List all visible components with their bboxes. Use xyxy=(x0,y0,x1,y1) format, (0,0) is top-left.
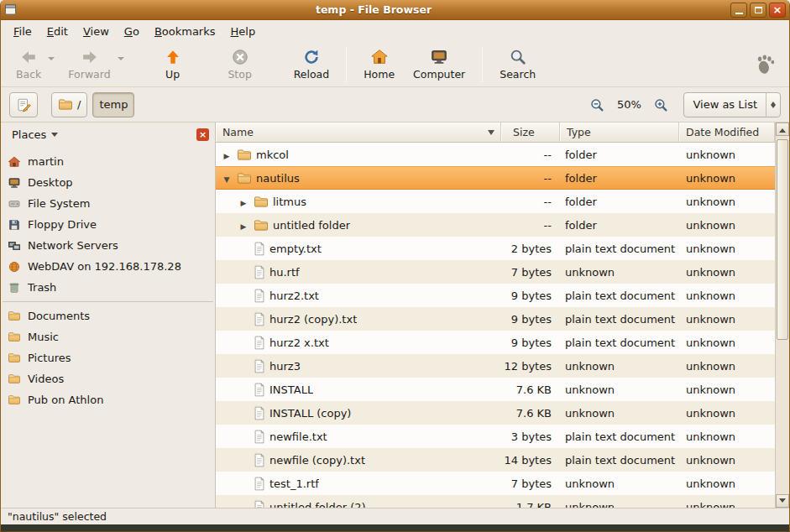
table-row[interactable]: untitled folder (2) 1.7 KB unknown unkno… xyxy=(216,495,775,508)
sidebar-item-music[interactable]: Music xyxy=(1,326,215,347)
table-row[interactable]: hurz2 x.txt 9 bytes plain text document … xyxy=(216,331,775,354)
path-root-button[interactable]: / xyxy=(51,92,87,117)
toolbar-separator xyxy=(346,47,347,82)
text-file-icon xyxy=(254,430,265,444)
zoom-out-button[interactable] xyxy=(586,94,608,116)
stop-button[interactable]: Stop xyxy=(218,44,262,85)
folder-icon xyxy=(8,310,21,321)
sidebar-item-pictures[interactable]: Pictures xyxy=(1,347,215,368)
table-row[interactable]: newfile (copy).txt 14 bytes plain text d… xyxy=(216,448,775,472)
table-row[interactable]: empty.txt 2 bytes plain text document un… xyxy=(216,237,775,260)
scroll-up-button[interactable] xyxy=(776,123,789,136)
titlebar[interactable]: temp - File Browser × xyxy=(1,0,789,20)
stop-icon xyxy=(231,48,249,66)
table-row[interactable]: INSTALL (copy) 7.6 KB unknown unknown xyxy=(216,401,775,425)
user-home-icon xyxy=(8,155,21,169)
edit-location-icon xyxy=(16,97,31,112)
sidebar-item-pub-on-athlon[interactable]: Pub on Athlon xyxy=(1,389,215,410)
column-header-date-modified[interactable]: Date Modified xyxy=(679,123,775,142)
column-header-type[interactable]: Type xyxy=(560,123,679,142)
text-file-icon xyxy=(254,406,265,420)
menu-help[interactable]: Help xyxy=(223,23,264,40)
close-button[interactable]: × xyxy=(769,3,786,18)
up-button[interactable]: Up xyxy=(151,44,195,85)
column-header-size[interactable]: Size xyxy=(501,123,560,142)
floppy-icon xyxy=(8,218,21,232)
maximize-button[interactable] xyxy=(750,3,766,18)
column-header-name[interactable]: Name xyxy=(216,123,501,142)
menu-file[interactable]: File xyxy=(6,23,39,40)
reload-button[interactable]: Reload xyxy=(285,44,338,85)
expander-icon[interactable] xyxy=(238,196,249,208)
places-selector-button[interactable]: Places xyxy=(7,127,63,143)
window-bottom-edge xyxy=(1,524,789,531)
menu-go[interactable]: Go xyxy=(117,23,147,40)
table-row[interactable]: hu.rtf 7 bytes unknown unknown xyxy=(216,260,775,284)
filesystem-icon xyxy=(8,197,21,211)
zoom-in-button[interactable] xyxy=(650,94,672,116)
forward-arrow-icon xyxy=(81,48,99,66)
sidebar-item-network-servers[interactable]: Network Servers xyxy=(1,235,215,256)
sidebar-item-martin[interactable]: martin xyxy=(1,151,215,172)
status-text: "nautilus" selected xyxy=(8,510,107,523)
table-row[interactable]: litmus -- folder unknown xyxy=(216,190,775,213)
trash-icon xyxy=(8,281,21,295)
menu-bookmarks[interactable]: Bookmarks xyxy=(147,23,223,40)
view-mode-dropdown[interactable]: View as List xyxy=(683,92,781,117)
expander-icon[interactable] xyxy=(238,219,249,232)
spinner-arrows-icon xyxy=(766,93,780,117)
sidebar-item-trash[interactable]: Trash xyxy=(1,277,215,298)
sidebar-close-button[interactable]: × xyxy=(196,128,209,141)
sidebar-item-videos[interactable]: Videos xyxy=(1,368,215,389)
folder-icon xyxy=(254,196,269,208)
sidebar-separator xyxy=(3,301,213,302)
table-row[interactable]: INSTALL 7.6 KB unknown unknown xyxy=(216,378,775,401)
text-file-icon xyxy=(254,453,265,467)
menu-edit[interactable]: Edit xyxy=(39,23,76,40)
text-file-icon xyxy=(254,265,265,279)
maximize-icon xyxy=(755,7,762,13)
scrollbar-thumb[interactable] xyxy=(777,139,788,340)
path-current-button[interactable]: temp xyxy=(92,92,134,117)
table-row-selected[interactable]: nautilus -- folder unknown xyxy=(216,166,775,190)
zoom-out-icon xyxy=(589,97,604,112)
folder-icon xyxy=(8,331,21,342)
table-row[interactable]: test_1.rtf 7 bytes unknown unknown xyxy=(216,472,775,495)
toolbar-separator xyxy=(482,47,483,82)
folder-icon xyxy=(58,98,73,111)
table-row[interactable]: hurz2 (copy).txt 9 bytes plain text docu… xyxy=(216,307,775,331)
table-row[interactable]: newfile.txt 3 bytes plain text document … xyxy=(216,425,775,448)
reload-icon xyxy=(302,48,321,66)
sidebar-item-documents[interactable]: Documents xyxy=(1,305,215,326)
sidebar-item-desktop[interactable]: Desktop xyxy=(1,172,215,193)
menu-view[interactable]: View xyxy=(76,23,117,40)
expander-icon[interactable] xyxy=(221,172,233,185)
computer-button[interactable]: Computer xyxy=(405,44,473,85)
computer-icon xyxy=(430,48,448,66)
expander-icon[interactable] xyxy=(221,149,233,161)
forward-button[interactable]: Forward xyxy=(60,44,127,85)
table-row[interactable]: hurz3 12 bytes unknown unknown xyxy=(216,354,775,378)
scrollbar-track[interactable] xyxy=(776,136,789,494)
sidebar-item-floppy-drive[interactable]: Floppy Drive xyxy=(1,214,215,235)
search-button[interactable]: Search xyxy=(491,44,544,85)
home-button[interactable]: Home xyxy=(355,44,403,85)
arrow-down-icon xyxy=(779,498,786,506)
scroll-down-button[interactable] xyxy=(776,494,789,508)
table-row[interactable]: mkcol -- folder unknown xyxy=(216,143,775,166)
sidebar-item-file-system[interactable]: File System xyxy=(1,193,215,214)
edit-location-button[interactable] xyxy=(9,92,38,117)
text-file-icon xyxy=(254,477,265,491)
vertical-scrollbar[interactable] xyxy=(775,123,789,508)
sidebar-item-webdav[interactable]: WebDAV on 192.168.178.28 xyxy=(1,256,215,277)
desktop-icon xyxy=(8,176,21,190)
folder-icon xyxy=(8,394,21,405)
menubar: File Edit View Go Bookmarks Help xyxy=(1,20,789,42)
folder-icon xyxy=(237,149,252,161)
minimize-button[interactable] xyxy=(730,3,747,18)
back-arrow-icon xyxy=(19,48,38,66)
chevron-down-icon xyxy=(51,133,58,140)
table-row[interactable]: untitled folder -- folder unknown xyxy=(216,213,775,237)
table-row[interactable]: hurz2.txt 9 bytes plain text document un… xyxy=(216,284,775,307)
back-button[interactable]: Back xyxy=(8,44,58,85)
